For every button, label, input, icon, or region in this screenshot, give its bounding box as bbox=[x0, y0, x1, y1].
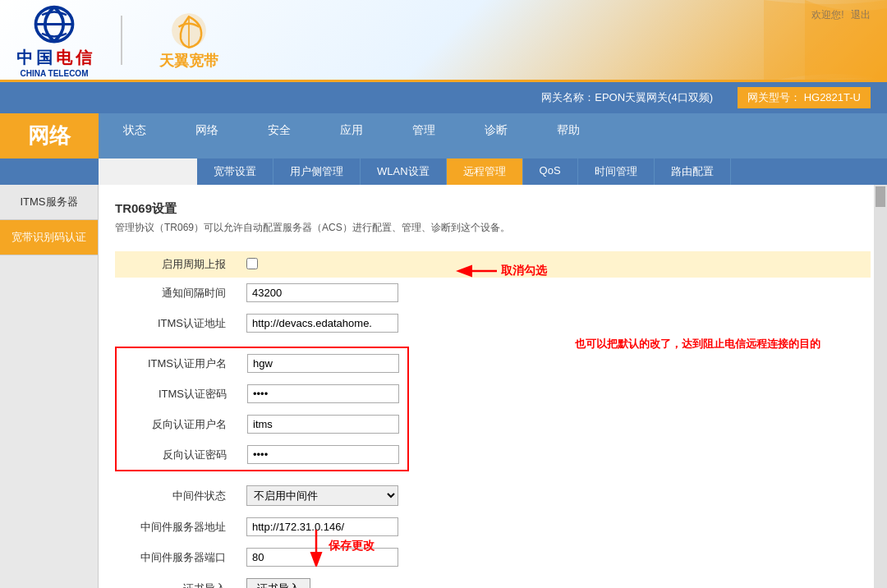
reverse-user-input[interactable] bbox=[247, 415, 399, 434]
content-wrapper: ITMS服务器 宽带识别码认证 TR069设置 管理协议（TR069）可以允许自… bbox=[0, 185, 887, 588]
periodic-label: 启用周期上报 bbox=[115, 251, 238, 278]
itms-url-row: ITMS认证地址 bbox=[115, 308, 871, 338]
sub-nav: 宽带设置 用户侧管理 WLAN设置 远程管理 QoS 时间管理 路由配置 bbox=[197, 158, 887, 185]
save-annotation: 保存更改 bbox=[308, 526, 375, 567]
itms-user-input[interactable] bbox=[247, 354, 399, 373]
cert-cell: 证书导入 bbox=[238, 572, 871, 588]
tianyi-icon bbox=[168, 10, 209, 51]
periodic-checkbox[interactable] bbox=[246, 258, 258, 269]
nav-items: 状态 网络 安全 应用 管理 诊断 帮助 bbox=[99, 113, 887, 158]
main-content: TR069设置 管理协议（TR069）可以允许自动配置服务器（ACS）进行配置、… bbox=[99, 185, 887, 588]
reverse-pass-label: 反向认证密码 bbox=[116, 439, 239, 471]
middleware-url-row: 中间件服务器地址 bbox=[115, 512, 871, 542]
reverse-user-cell bbox=[239, 409, 408, 439]
subnav-spacer bbox=[0, 158, 99, 185]
scrollbar[interactable] bbox=[874, 185, 887, 588]
itms-pass-cell bbox=[239, 379, 408, 409]
notify-interval-label: 通知间隔时间 bbox=[115, 278, 238, 308]
middleware-form-table: 中间件状态 不启用中间件 启用中间件 中间件服务器地址 中间件服务 bbox=[115, 480, 871, 588]
reverse-pass-row: 反向认证密码 bbox=[116, 439, 408, 471]
scroll-thumb[interactable] bbox=[876, 186, 885, 207]
sidebar-item-itms[interactable]: ITMS服务器 bbox=[0, 185, 98, 220]
telecom-icon bbox=[30, 2, 79, 47]
main-nav: 状态 网络 安全 应用 管理 诊断 帮助 bbox=[99, 113, 887, 158]
itms-pass-row: ITMS认证密码 bbox=[116, 379, 408, 409]
tianyi-brand-text: 天翼宽带 bbox=[159, 51, 218, 71]
telecom-brand-text: CHINA TELECOM bbox=[21, 69, 89, 78]
nav-app[interactable]: 应用 bbox=[315, 113, 388, 158]
middleware-port-label: 中间件服务器端口 bbox=[115, 542, 238, 572]
tianyi-logo: 天翼宽带 bbox=[159, 10, 218, 71]
nav-management[interactable]: 管理 bbox=[388, 113, 460, 158]
nav-status[interactable]: 状态 bbox=[99, 113, 171, 158]
subnav-broadband[interactable]: 宽带设置 bbox=[197, 158, 273, 185]
cancel-check-text: 取消勾选 bbox=[501, 264, 547, 278]
itms-user-cell bbox=[239, 347, 408, 379]
gateway-name-label: 网关名称： bbox=[541, 90, 595, 105]
itms-pass-input[interactable] bbox=[247, 384, 399, 403]
notify-interval-row: 通知间隔时间 bbox=[115, 278, 871, 308]
reverse-pass-cell bbox=[239, 439, 408, 471]
notify-interval-cell bbox=[238, 278, 871, 308]
itms-url-cell bbox=[238, 308, 871, 338]
gateway-name-value: EPON天翼网关(4口双频) bbox=[595, 90, 713, 105]
subnav-remote-mgmt[interactable]: 远程管理 bbox=[447, 158, 523, 185]
subnav-qos[interactable]: QoS bbox=[523, 158, 578, 185]
cert-import-button[interactable]: 证书导入 bbox=[246, 578, 310, 588]
itms-url-label: ITMS认证地址 bbox=[115, 308, 238, 338]
middleware-status-label: 中间件状态 bbox=[115, 480, 238, 512]
section-title: 网络 bbox=[0, 113, 99, 158]
cancel-check-annotation: 取消勾选 bbox=[452, 263, 547, 279]
cancel-arrow-icon bbox=[452, 263, 501, 279]
middleware-status-cell: 不启用中间件 启用中间件 bbox=[238, 480, 871, 512]
gateway-type: 网关型号： HG2821T-U bbox=[738, 87, 871, 108]
change-note-annotation: 也可以把默认的改了，达到阻止电信远程连接的目的 bbox=[575, 337, 820, 351]
itms-user-row: ITMS认证用户名 bbox=[116, 347, 408, 379]
notify-interval-input[interactable] bbox=[246, 283, 398, 302]
nav-help[interactable]: 帮助 bbox=[532, 113, 604, 158]
middleware-status-row: 中间件状态 不启用中间件 启用中间件 bbox=[115, 480, 871, 512]
periodic-checkbox-cell bbox=[238, 251, 871, 278]
subnav-wlan[interactable]: WLAN设置 bbox=[361, 158, 447, 185]
itms-url-input[interactable] bbox=[246, 314, 398, 333]
subnav-user-mgmt[interactable]: 用户侧管理 bbox=[273, 158, 361, 185]
nav-diagnostics[interactable]: 诊断 bbox=[460, 113, 532, 158]
reverse-pass-input[interactable] bbox=[247, 445, 399, 464]
nav-network[interactable]: 网络 bbox=[171, 113, 243, 158]
middleware-status-select[interactable]: 不启用中间件 启用中间件 bbox=[246, 485, 398, 506]
sidebar-item-broadband-auth[interactable]: 宽带识别码认证 bbox=[0, 220, 98, 255]
save-note-text: 保存更改 bbox=[329, 539, 375, 554]
page-desc: 管理协议（TR069）可以允许自动配置服务器（ACS）进行配置、管理、诊断到这个… bbox=[115, 221, 871, 235]
itms-user-label: ITMS认证用户名 bbox=[116, 347, 239, 379]
gateway-bar: 网关名称： EPON天翼网关(4口双频) 网关型号： HG2821T-U bbox=[0, 82, 887, 113]
cert-row: 证书导入 证书导入 bbox=[115, 572, 871, 588]
header-decoration bbox=[682, 0, 887, 82]
change-note-text: 也可以把默认的改了，达到阻止电信远程连接的目的 bbox=[575, 338, 820, 350]
save-arrow-icon bbox=[308, 526, 324, 567]
nav-security[interactable]: 安全 bbox=[243, 113, 315, 158]
subnav-routing[interactable]: 路由配置 bbox=[655, 158, 731, 185]
reverse-user-row: 反向认证用户名 bbox=[116, 409, 408, 439]
logo-area: 中 国 电 信 CHINA TELECOM 天翼宽带 bbox=[16, 2, 218, 78]
sidebar: ITMS服务器 宽带识别码认证 bbox=[0, 185, 99, 588]
china-telecom-logo: 中 国 电 信 CHINA TELECOM bbox=[16, 2, 92, 78]
subnav-time-mgmt[interactable]: 时间管理 bbox=[578, 158, 655, 185]
middleware-port-row: 中间件服务器端口 bbox=[115, 542, 871, 572]
main-nav-wrapper: 网络 状态 网络 安全 应用 管理 诊断 帮助 bbox=[0, 113, 887, 158]
subnav-wrapper: 宽带设置 用户侧管理 WLAN设置 远程管理 QoS 时间管理 路由配置 bbox=[0, 158, 887, 185]
middleware-url-label: 中间件服务器地址 bbox=[115, 512, 238, 542]
itms-pass-label: ITMS认证密码 bbox=[116, 379, 239, 409]
red-border-group: ITMS认证用户名 ITMS认证密码 反向认证用户名 bbox=[115, 347, 409, 471]
cert-label: 证书导入 bbox=[115, 572, 238, 588]
page-title: TR069设置 bbox=[115, 201, 871, 217]
top-header: 中 国 电 信 CHINA TELECOM 天翼宽带 欢迎您! 退出 bbox=[0, 0, 887, 82]
reverse-user-label: 反向认证用户名 bbox=[116, 409, 239, 439]
